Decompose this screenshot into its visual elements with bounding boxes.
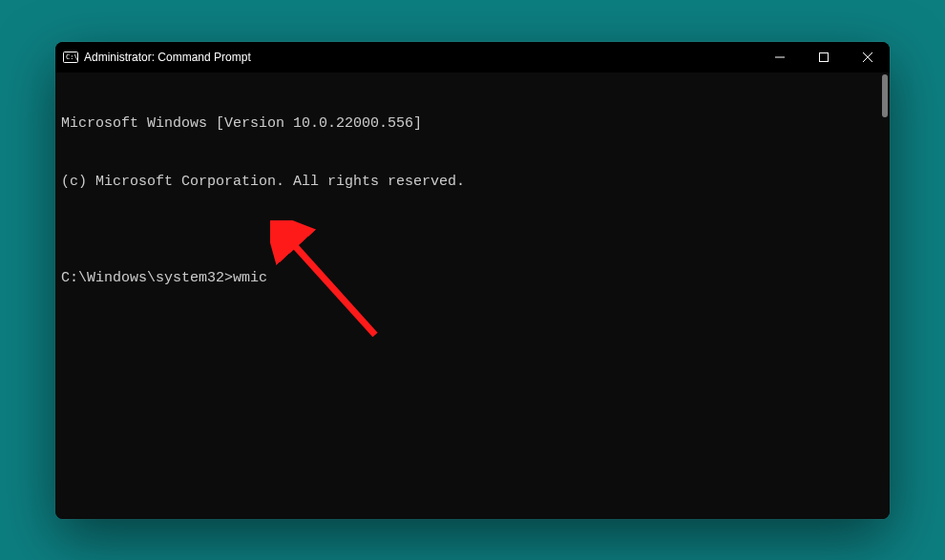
command-prompt-window: C:\ Administrator: Command Prompt Micros… [55,42,890,519]
window-title: Administrator: Command Prompt [84,51,758,64]
terminal-output[interactable]: Microsoft Windows [Version 10.0.22000.55… [55,73,890,519]
close-button[interactable] [846,42,890,73]
terminal-line-version: Microsoft Windows [Version 10.0.22000.55… [61,114,884,134]
prompt-path: C:\Windows\system32> [61,270,233,286]
window-controls [758,42,890,73]
svg-rect-3 [820,52,829,61]
terminal-prompt-line: C:\Windows\system32>wmic [61,269,884,288]
maximize-button[interactable] [802,42,846,73]
minimize-button[interactable] [758,42,802,73]
titlebar[interactable]: C:\ Administrator: Command Prompt [55,42,890,73]
svg-text:C:\: C:\ [66,53,78,61]
scrollbar-thumb[interactable] [882,74,888,117]
typed-command: wmic [233,270,267,286]
app-icon: C:\ [63,50,78,65]
terminal-line-copyright: (c) Microsoft Corporation. All rights re… [61,173,884,192]
